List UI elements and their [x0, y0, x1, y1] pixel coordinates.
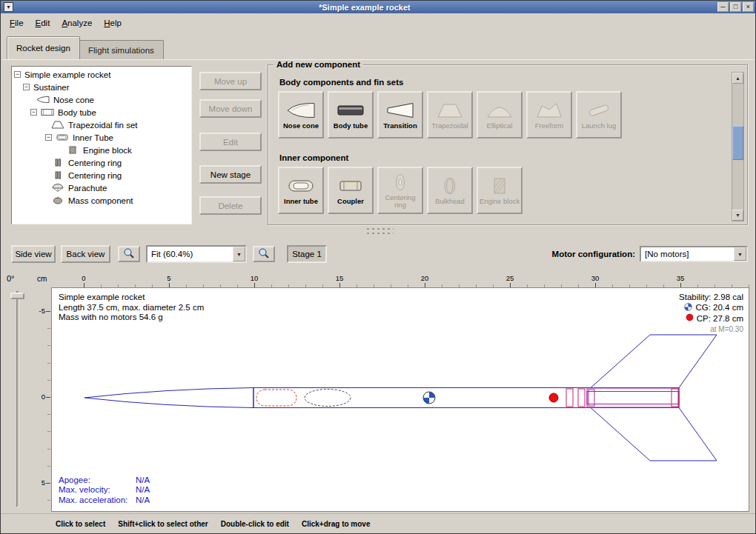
stage-1-toggle[interactable]: Stage 1 [287, 245, 327, 263]
tab-flight-simulations[interactable]: Flight simulations [79, 40, 164, 59]
stability-info: Stability: 2.98 cal CG: 20.4 cm CP: 27.8… [679, 293, 743, 334]
minimize-button[interactable]: ─ [717, 2, 729, 12]
rocket-design-canvas[interactable]: Simple example rocket Length 37.5 cm, ma… [51, 287, 749, 512]
ruler-label: 30 [591, 274, 600, 282]
tab-underline [2, 59, 754, 60]
tree-item-engine-block[interactable]: Engine block [12, 144, 191, 156]
collapse-icon[interactable]: − [14, 71, 21, 78]
cp-icon [686, 313, 694, 324]
rotation-slider-thumb[interactable] [10, 293, 24, 299]
component-button-body-tube[interactable]: Body tube [328, 91, 374, 138]
tree-item-fin-set[interactable]: Trapezoidal fin set [12, 119, 191, 131]
component-scrollbar[interactable]: ▲ ▼ [732, 72, 744, 221]
component-button-label: Body tube [330, 122, 371, 130]
component-button-inner-tube[interactable]: Inner tube [278, 167, 324, 214]
back-view-button[interactable]: Back view [61, 245, 110, 263]
tree-item-mass-component[interactable]: Mass component [12, 194, 191, 207]
apogee-value: N/A [136, 475, 150, 484]
edit-button: Edit [199, 133, 262, 151]
zoom-out-button[interactable] [253, 246, 275, 262]
scroll-up-button[interactable]: ▲ [732, 73, 743, 84]
inner-components-row: Inner tube Coupler Centering ring Bulkhe… [278, 167, 523, 214]
transition-icon [385, 101, 415, 120]
chevron-down-icon[interactable]: ▼ [233, 247, 245, 261]
tree-item-centering-ring-2[interactable]: Centering ring [12, 169, 191, 181]
max-acceleration-label: Max. acceleration: [59, 495, 136, 506]
chevron-down-icon[interactable]: ▼ [734, 247, 746, 261]
nose-cone-icon [36, 96, 50, 104]
stability-value: Stability: 2.98 cal [679, 293, 743, 303]
scroll-down-button[interactable]: ▼ [732, 210, 743, 221]
zoom-level-value: Fit (60.4%) [147, 250, 233, 258]
tree-item-label: Engine block [83, 146, 132, 155]
tree-item-centering-ring-1[interactable]: Centering ring [12, 156, 191, 169]
component-tree: − Simple example rocket − Sustainer Nose… [11, 66, 192, 224]
magnifier-icon [123, 247, 135, 261]
motor-configuration-label: Motor configuration: [520, 250, 635, 258]
max-acceleration-value: N/A [136, 495, 150, 504]
tab-rocket-design[interactable]: Rocket design [7, 36, 80, 59]
zoom-in-button[interactable] [118, 246, 140, 262]
ruler-label: 0 [82, 274, 85, 282]
ruler-label: 10 [251, 274, 259, 282]
centering-ring-icon [51, 171, 64, 179]
ruler-label: 25 [506, 274, 514, 282]
component-button-label: Nose cone [280, 122, 322, 130]
close-button[interactable]: × [743, 2, 754, 12]
nose-cone-icon [286, 101, 316, 120]
menu-file[interactable]: File [4, 16, 30, 30]
bulkhead-icon [435, 176, 465, 196]
tree-item-label: Sustainer [33, 83, 70, 92]
component-button-nose-cone[interactable]: Nose cone [278, 91, 324, 138]
inner-tube-icon [56, 133, 69, 141]
component-button-launch-lug: Launch lug [576, 91, 622, 138]
status-hint: Double-click to edit [221, 520, 289, 528]
body-components-label: Body components and fin sets [279, 78, 403, 87]
cg-icon [684, 303, 692, 314]
ruler-label: 15 [336, 274, 344, 282]
tree-item-label: Centering ring [68, 158, 122, 167]
menu-help[interactable]: Help [98, 16, 127, 30]
tree-item-rocket[interactable]: − Simple example rocket [12, 68, 191, 81]
maximize-button[interactable]: □ [730, 2, 741, 12]
component-button-label: Launch lug [578, 122, 620, 130]
component-button-label: Freeform [528, 122, 570, 130]
tree-item-nose-cone[interactable]: Nose cone [12, 93, 191, 106]
window-menu-icon[interactable]: ▾ [4, 2, 13, 12]
scrollbar-thumb[interactable] [732, 126, 743, 160]
max-velocity-value: N/A [136, 485, 150, 494]
flight-data: Apogee:N/A Max. velocity:N/A Max. accele… [59, 475, 150, 506]
tree-item-sustainer[interactable]: − Sustainer [12, 81, 191, 93]
menu-edit[interactable]: Edit [30, 16, 56, 30]
component-button-label: Centering ring [379, 194, 421, 209]
body-tube-icon [41, 108, 54, 116]
motor-configuration-combo[interactable]: [No motors] ▼ [640, 246, 748, 262]
splitter-handle[interactable] [365, 227, 394, 235]
rotation-slider-track[interactable] [16, 291, 19, 507]
component-button-coupler[interactable]: Coupler [328, 167, 374, 214]
body-tube-icon [336, 101, 365, 120]
component-button-transition[interactable]: Transition [377, 91, 423, 138]
ruler-label: 5 [42, 478, 45, 487]
tree-item-parachute[interactable]: Parachute [12, 181, 191, 194]
component-button-label: Trapezoidal [429, 122, 471, 130]
ruler-label: 35 [677, 274, 685, 282]
component-button-label: Transition [379, 122, 421, 130]
inner-component-label: Inner component [279, 153, 348, 162]
zoom-level-combo[interactable]: Fit (60.4%) ▼ [146, 245, 247, 263]
collapse-icon[interactable]: − [23, 84, 30, 90]
status-bar: Click to select Shift+click to select ot… [1, 513, 755, 533]
rocket-info: Simple example rocket Length 37.5 cm, ma… [59, 293, 204, 323]
new-stage-button[interactable]: New stage [199, 165, 262, 184]
rocket-name: Simple example rocket [59, 293, 204, 303]
tree-item-body-tube[interactable]: − Body tube [12, 106, 191, 119]
collapse-icon[interactable]: − [30, 109, 37, 116]
collapse-icon[interactable]: − [45, 134, 52, 141]
menu-analyze[interactable]: Analyze [56, 16, 98, 30]
tree-item-label: Mass component [68, 196, 133, 205]
tree-item-label: Nose cone [53, 96, 94, 104]
vertical-ruler: -5 0 5 [33, 287, 50, 512]
tree-item-inner-tube[interactable]: − Inner Tube [12, 131, 191, 144]
side-view-button[interactable]: Side view [11, 245, 56, 263]
component-button-engine-block: Engine block [477, 167, 523, 214]
